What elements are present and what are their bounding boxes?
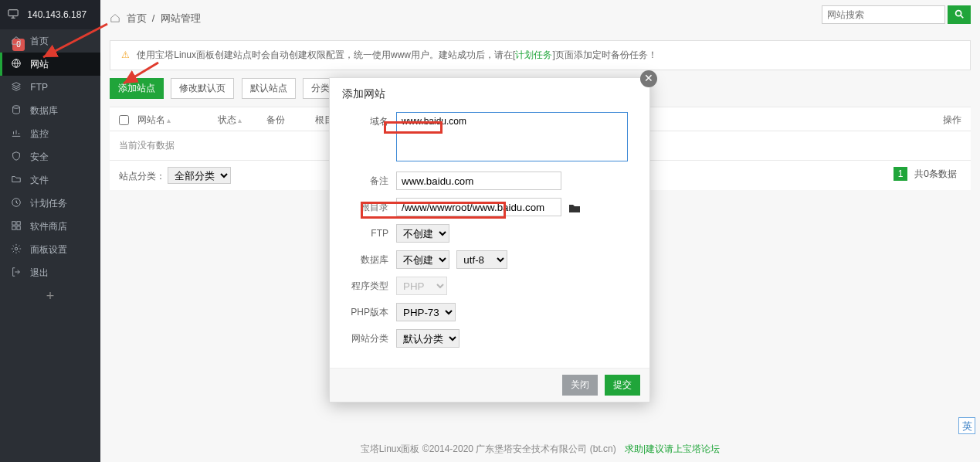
apps-icon [11,216,22,227]
ftp-icon [11,77,22,88]
alert-cron-link[interactable]: 计划任务 [515,49,552,60]
sort-icon[interactable]: ▴ [167,116,171,124]
col-action: 操作 [943,107,961,132]
sidebar-item-label: 数据库 [30,105,58,116]
cat-filter-select[interactable]: 全部分类 [168,167,231,184]
sidebar: 140.143.6.187 0 首页 网站 FTP 数据库 监控 安全 文件 计… [0,0,100,462]
svg-rect-6 [12,226,15,229]
root-path-input[interactable] [396,198,561,216]
sort-icon[interactable]: ▴ [238,116,242,124]
logout-icon [11,263,22,273]
col-site: 网站名▴ [137,107,215,133]
sidebar-item-database[interactable]: 数据库 [0,99,100,122]
sidebar-item-security[interactable]: 安全 [0,145,100,168]
sidebar-item-monitor[interactable]: 监控 [0,122,100,145]
default-site-button[interactable]: 默认站点 [242,78,296,99]
cat-filter-label: 站点分类： [119,171,165,182]
remark-label: 备注 [342,172,396,190]
ptype-label: 程序类型 [342,277,396,295]
sidebar-item-settings[interactable]: 面板设置 [0,238,100,261]
browse-folder-icon[interactable] [568,202,581,213]
ftp-select[interactable]: 不创建 [396,224,449,243]
alert-text-2: ]页面添加定时备份任务！ [552,49,656,60]
gear-icon [11,239,22,250]
crumb-home[interactable]: 首页 [127,12,147,24]
sidebar-item-label: 面板设置 [30,244,67,255]
server-header: 140.143.6.187 0 [0,0,100,29]
page-1[interactable]: 1 [894,167,907,181]
search-box [822,5,971,24]
warning-icon: ⚠ [121,49,130,60]
root-label: 根目录 [342,198,396,216]
sidebar-item-label: 计划任务 [30,198,67,209]
modal-title: 添加网站 [330,78,649,107]
sidebar-item-site[interactable]: 网站 [0,53,100,76]
modal-footer: 关闭 提交 [330,368,649,402]
sidebar-item-label: 网站 [30,59,49,70]
server-ip: 140.143.6.187 [27,9,86,20]
alert-text: 使用宝塔Linux面板创建站点时会自动创建权限配置，统一使用www用户。建站成功… [137,49,515,60]
crumb-current: 网站管理 [161,12,201,24]
clock-icon [11,193,22,204]
chart-icon [11,124,22,134]
sidebar-item-label: 监控 [30,128,49,139]
sidebar-item-ftp[interactable]: FTP [0,76,100,99]
monitor-icon [8,2,19,12]
mod-default-page-button[interactable]: 修改默认页 [171,78,234,99]
globe-icon [11,54,22,65]
db-select[interactable]: 不创建 [396,250,449,269]
select-all-checkbox[interactable] [119,115,129,125]
search-button[interactable] [948,5,971,24]
domain-label: 域名 [342,112,396,131]
sidebar-item-label: FTP [30,82,48,93]
pager: 1 共0条数据 [894,167,957,181]
add-site-modal: ✕ 添加网站 域名 备注 根目录 FTP 不创建 数据库 不创建 utf-8 [329,77,650,403]
sidebar-add[interactable]: + [0,284,100,307]
site-cat-label: 网站分类 [342,329,396,348]
ptype-select[interactable]: PHP [396,277,447,295]
col-status: 状态▴ [218,107,264,133]
database-icon [11,100,22,111]
sidebar-item-label: 文件 [30,175,49,185]
svg-rect-7 [17,226,20,229]
shield-icon [11,147,22,158]
db-charset-select[interactable]: utf-8 [456,250,507,269]
remark-input[interactable] [396,172,561,190]
home-icon [11,31,22,42]
forum-link[interactable]: 求助|建议请上宝塔论坛 [625,443,720,454]
modal-submit-btn[interactable]: 提交 [605,375,640,396]
svg-rect-5 [17,222,20,225]
modal-close-button[interactable]: ✕ [640,70,657,87]
folder-icon [11,170,22,181]
ime-indicator[interactable]: 英 [958,417,975,434]
search-input[interactable] [822,5,945,24]
ftp-label: FTP [342,224,396,243]
copyright: 宝塔Linux面板 ©2014-2020 广东堡塔安全技术有限公司 (bt.cn… [361,443,616,454]
site-cat-select[interactable]: 默认分类 [396,329,459,348]
db-label: 数据库 [342,250,396,269]
sidebar-item-files[interactable]: 文件 [0,168,100,192]
phpv-select[interactable]: PHP-73 [396,303,456,321]
svg-point-9 [956,11,961,16]
svg-rect-4 [12,222,15,225]
add-site-button[interactable]: 添加站点 [110,78,164,99]
home-icon [110,9,120,20]
col-backup: 备份 [266,107,313,132]
total-text: 共0条数据 [914,168,957,179]
sidebar-item-logout[interactable]: 退出 [0,261,100,284]
sidebar-item-label: 软件商店 [30,221,67,232]
sidebar-item-label: 首页 [30,36,49,46]
sidebar-item-store[interactable]: 软件商店 [0,215,100,238]
svg-rect-0 [8,10,18,16]
sidebar-item-home[interactable]: 首页 [0,29,100,53]
sidebar-item-cron[interactable]: 计划任务 [0,192,100,215]
sidebar-item-label: 退出 [30,267,49,278]
modal-close-btn[interactable]: 关闭 [562,375,598,396]
footer: 宝塔Linux面板 ©2014-2020 广东堡塔安全技术有限公司 (bt.cn… [100,443,980,456]
domain-input[interactable] [396,112,628,161]
alert-banner: ⚠ 使用宝塔Linux面板创建站点时会自动创建权限配置，统一使用www用户。建站… [110,40,971,70]
phpv-label: PHP版本 [342,303,396,321]
svg-point-2 [13,106,20,109]
svg-point-8 [15,247,18,250]
sidebar-item-label: 安全 [30,151,49,162]
